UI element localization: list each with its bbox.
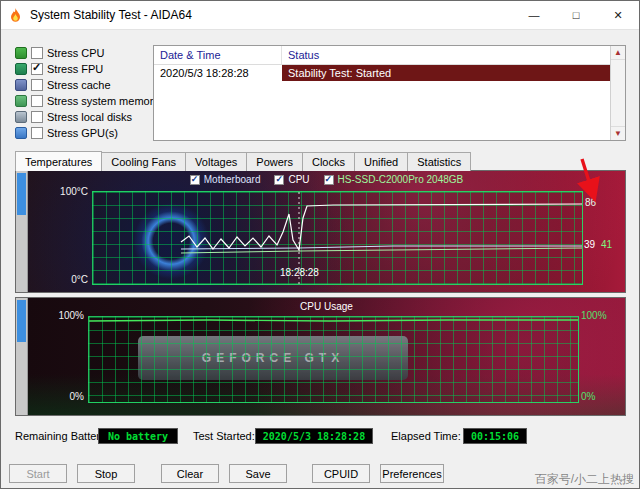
titlebar: System Stability Test - AIDA64 — □ ✕ xyxy=(1,1,639,30)
stress-cpu-checkbox[interactable] xyxy=(31,47,43,59)
elapsed-time-value: 00:15:06 xyxy=(463,428,527,444)
time-marker-label: 18:28:28 xyxy=(280,267,319,278)
temp-plot-area xyxy=(92,191,583,285)
stress-memory-label: Stress system memory xyxy=(47,95,159,107)
usage-graph-scrollbar[interactable] xyxy=(16,298,28,415)
legend-ssd-label: HS-SSD-C2000Pro 2048GB xyxy=(338,174,464,185)
tab-temperatures[interactable]: Temperatures xyxy=(15,151,102,171)
stress-option-disks[interactable]: Stress local disks xyxy=(15,109,155,125)
log-header: Date & Time Status xyxy=(154,46,611,65)
usage-trace xyxy=(89,317,578,402)
stress-fpu-label: Stress FPU xyxy=(47,63,103,75)
log-column-status[interactable]: Status xyxy=(282,46,611,64)
stress-memory-checkbox[interactable] xyxy=(31,95,43,107)
scroll-up-icon[interactable] xyxy=(611,46,625,60)
gpu-icon xyxy=(15,127,27,139)
window-title: System Stability Test - AIDA64 xyxy=(30,8,192,22)
test-started-value: 2020/5/3 18:28:28 xyxy=(255,428,373,444)
legend-cpu-checkbox[interactable] xyxy=(274,175,284,185)
cache-icon xyxy=(15,79,27,91)
legend-cpu[interactable]: CPU xyxy=(274,174,309,185)
start-button[interactable]: Start xyxy=(9,464,67,483)
stress-cpu-label: Stress CPU xyxy=(47,47,104,59)
temp-value-ssd: 39 xyxy=(584,239,595,250)
disk-icon xyxy=(15,111,27,123)
tab-statistics[interactable]: Statistics xyxy=(407,152,471,171)
battery-value: No battery xyxy=(98,428,178,444)
temp-value-motherboard: 41 xyxy=(601,239,612,250)
tab-voltages[interactable]: Voltages xyxy=(185,152,247,171)
stress-disks-label: Stress local disks xyxy=(47,111,132,123)
usage-graph-scroll-thumb[interactable] xyxy=(17,300,26,342)
event-log: Date & Time Status 2020/5/3 18:28:28 Sta… xyxy=(153,45,626,141)
tab-cooling-fans[interactable]: Cooling Fans xyxy=(101,152,186,171)
temp-graph-legend: Motherboard CPU HS-SSD-C2000Pro 2048GB xyxy=(28,174,625,185)
stress-fpu-checkbox[interactable] xyxy=(31,63,43,75)
battery-label: Remaining Battery: xyxy=(15,430,109,442)
temp-axis-100: 100°C xyxy=(54,186,88,197)
scroll-down-icon[interactable] xyxy=(611,126,625,140)
log-scrollbar[interactable] xyxy=(610,46,625,140)
legend-motherboard-label: Motherboard xyxy=(204,174,261,185)
app-window: System Stability Test - AIDA64 — □ ✕ Str… xyxy=(0,0,640,489)
legend-ssd[interactable]: HS-SSD-C2000Pro 2048GB xyxy=(324,174,464,185)
temp-graph-scrollbar[interactable] xyxy=(16,171,28,292)
cpu-icon xyxy=(15,47,27,59)
clear-button[interactable]: Clear xyxy=(161,464,219,483)
stress-disks-checkbox[interactable] xyxy=(31,111,43,123)
memory-icon xyxy=(15,95,27,107)
stress-options-panel: Stress CPU Stress FPU Stress cache Stres… xyxy=(15,45,155,141)
stress-cache-label: Stress cache xyxy=(47,79,111,91)
test-started-label: Test Started: xyxy=(193,430,255,442)
cpu-usage-graph-panel: CPU Usage GEFORCE GTX 100% 0% 100% 0% xyxy=(15,297,626,416)
stress-option-cpu[interactable]: Stress CPU xyxy=(15,45,155,61)
stress-cache-checkbox[interactable] xyxy=(31,79,43,91)
stress-option-cache[interactable]: Stress cache xyxy=(15,77,155,93)
legend-ssd-checkbox[interactable] xyxy=(324,175,334,185)
usage-axis-0: 0% xyxy=(50,391,84,402)
usage-plot-area xyxy=(88,316,579,403)
log-column-datetime[interactable]: Date & Time xyxy=(154,46,282,64)
temperature-graph-panel: Motherboard CPU HS-SSD-C2000Pro 2048GB 1… xyxy=(15,170,626,293)
temp-graph-body: Motherboard CPU HS-SSD-C2000Pro 2048GB 1… xyxy=(28,171,625,292)
window-controls: — □ ✕ xyxy=(513,1,639,29)
legend-motherboard[interactable]: Motherboard xyxy=(190,174,261,185)
legend-motherboard-checkbox[interactable] xyxy=(190,175,200,185)
usage-graph-body: CPU Usage GEFORCE GTX 100% 0% 100% 0% xyxy=(28,298,625,415)
temp-axis-0: 0°C xyxy=(54,274,88,285)
log-cell-datetime: 2020/5/3 18:28:28 xyxy=(154,65,282,81)
cpu-usage-title: CPU Usage xyxy=(28,301,625,312)
stress-option-memory[interactable]: Stress system memory xyxy=(15,93,155,109)
tab-powers[interactable]: Powers xyxy=(246,152,303,171)
save-button[interactable]: Save xyxy=(229,464,287,483)
log-row[interactable]: 2020/5/3 18:28:28 Stability Test: Starte… xyxy=(154,65,611,81)
stress-option-fpu[interactable]: Stress FPU xyxy=(15,61,155,77)
tab-unified[interactable]: Unified xyxy=(354,152,408,171)
temp-traces xyxy=(93,192,582,284)
preferences-button[interactable]: Preferences xyxy=(380,464,444,483)
maximize-button[interactable]: □ xyxy=(555,1,597,29)
watermark: 百家号/小二上热搜 xyxy=(535,471,634,488)
status-bar: Remaining Battery: No battery Test Start… xyxy=(1,428,639,446)
stop-button[interactable]: Stop xyxy=(77,464,135,483)
elapsed-time-label: Elapsed Time: xyxy=(391,430,461,442)
temp-graph-scroll-thumb[interactable] xyxy=(17,173,26,215)
usage-value-0: 0% xyxy=(581,391,595,402)
graph-tabs: Temperatures Cooling Fans Voltages Power… xyxy=(15,150,470,171)
stress-gpu-label: Stress GPU(s) xyxy=(47,127,118,139)
annotation-arrow-icon xyxy=(575,157,601,203)
stress-gpu-checkbox[interactable] xyxy=(31,127,43,139)
close-button[interactable]: ✕ xyxy=(597,1,639,29)
tab-clocks[interactable]: Clocks xyxy=(302,152,355,171)
log-cell-status: Stability Test: Started xyxy=(282,65,611,81)
stress-option-gpu[interactable]: Stress GPU(s) xyxy=(15,125,155,141)
cpuid-button[interactable]: CPUID xyxy=(312,464,370,483)
minimize-button[interactable]: — xyxy=(513,1,555,29)
legend-cpu-label: CPU xyxy=(288,174,309,185)
fpu-icon xyxy=(15,63,27,75)
app-flame-icon xyxy=(9,7,23,23)
